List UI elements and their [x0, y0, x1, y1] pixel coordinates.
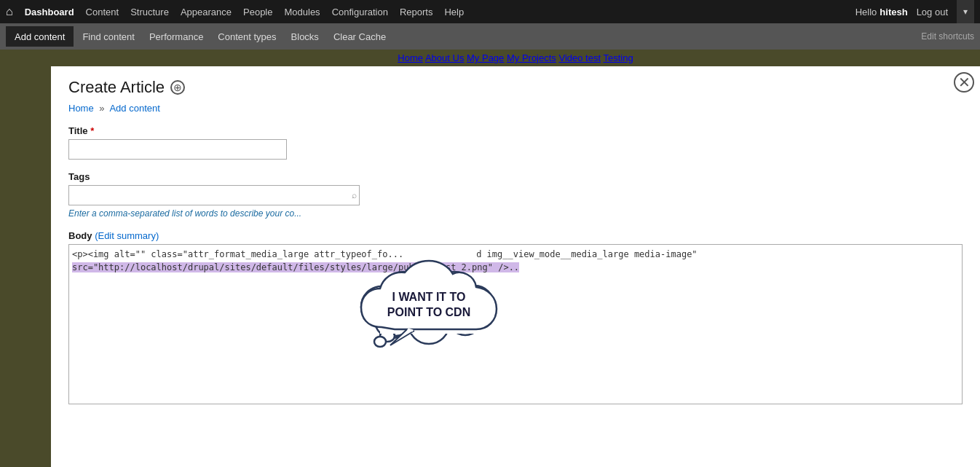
title-label: Title *	[68, 125, 963, 136]
content-row: Home About Us My Page My Projects Video …	[0, 50, 980, 467]
blocks-link[interactable]: Blocks	[284, 26, 326, 47]
tags-input-wrapper: ⌕	[68, 185, 360, 205]
cloud-bubble-container: I WANT IT TO POINT TO CDN	[345, 252, 513, 361]
content-types-link[interactable]: Content types	[210, 26, 283, 47]
hello-text: Hello	[855, 7, 877, 17]
nav-modules[interactable]: Modules	[278, 0, 325, 23]
clear-cache-link[interactable]: Clear Cache	[326, 26, 393, 47]
home-icon[interactable]: ⌂	[6, 5, 13, 18]
nav-people[interactable]: People	[237, 0, 278, 23]
main-content: Home About Us My Page My Projects Video …	[51, 50, 980, 467]
nav-structure[interactable]: Structure	[125, 0, 175, 23]
shortcuts-bar: Add content Find content Performance Con…	[0, 23, 980, 50]
breadcrumb-home-link[interactable]: Home	[68, 103, 94, 114]
edit-shortcuts-link[interactable]: Edit shortcuts	[921, 31, 974, 42]
find-content-link[interactable]: Find content	[75, 26, 142, 47]
svg-line-12	[408, 329, 413, 331]
nav-help[interactable]: Help	[438, 0, 470, 23]
performance-link[interactable]: Performance	[142, 26, 210, 47]
edit-summary-link[interactable]: (Edit summary)	[95, 230, 159, 241]
top-nav-bar: ⌂ Dashboard Content Structure Appearance…	[0, 0, 980, 23]
nav-content[interactable]: Content	[80, 0, 125, 23]
page-title: Create Article ⊕	[68, 78, 963, 97]
svg-point-10	[374, 337, 386, 347]
add-content-button[interactable]: Add content	[6, 26, 74, 47]
page-nav-testing[interactable]: Testing	[603, 52, 633, 63]
full-layout: ⌂ Dashboard Content Structure Appearance…	[0, 0, 980, 467]
tags-form-group: Tags ⌕ Enter a comma-separated list of w…	[68, 171, 963, 219]
nav-appearance[interactable]: Appearance	[175, 0, 237, 23]
close-button[interactable]: ✕	[954, 72, 974, 93]
breadcrumb-separator: »	[99, 103, 104, 114]
page-nav-my-page[interactable]: My Page	[467, 52, 504, 63]
page-nav-home[interactable]: Home	[398, 52, 423, 63]
tags-help-text: Enter a comma-separated list of words to…	[68, 208, 963, 219]
logout-link[interactable]: Log out	[911, 0, 954, 23]
page-nav-video-test[interactable]: Video test	[558, 52, 601, 63]
breadcrumb-add-content-link[interactable]: Add content	[109, 103, 159, 114]
breadcrumb: Home » Add content	[68, 103, 963, 114]
body-label: Body (Edit summary)	[68, 230, 963, 241]
main-box: ✕ Create Article ⊕ Home » Add content Ti…	[51, 66, 980, 431]
tags-label: Tags	[68, 171, 963, 182]
tags-input[interactable]	[68, 185, 360, 205]
nav-reports[interactable]: Reports	[394, 0, 439, 23]
tags-search-icon: ⌕	[352, 190, 357, 200]
title-input[interactable]	[68, 139, 287, 160]
title-form-group: Title *	[68, 125, 963, 160]
cloud-bubble-svg	[345, 252, 513, 361]
nav-dropdown-button[interactable]: ▾	[957, 0, 974, 23]
username: hitesh	[880, 7, 907, 17]
title-required: *	[90, 125, 94, 136]
top-nav-right: Hello hitesh Log out ▾	[855, 0, 974, 23]
page-nav-about-us[interactable]: About Us	[425, 52, 464, 63]
nav-configuration[interactable]: Configuration	[326, 0, 394, 23]
left-sidebar	[0, 50, 51, 467]
page-nav-my-projects[interactable]: My Projects	[507, 52, 556, 63]
add-shortcut-icon[interactable]: ⊕	[170, 80, 185, 95]
secondary-nav-bar: Home About Us My Page My Projects Video …	[51, 50, 980, 66]
body-editor[interactable]: <p><img alt="" class="attr_format_media_…	[68, 244, 963, 404]
body-form-group: Body (Edit summary) <p><img alt="" class…	[68, 230, 963, 404]
nav-dashboard[interactable]: Dashboard	[19, 0, 80, 23]
